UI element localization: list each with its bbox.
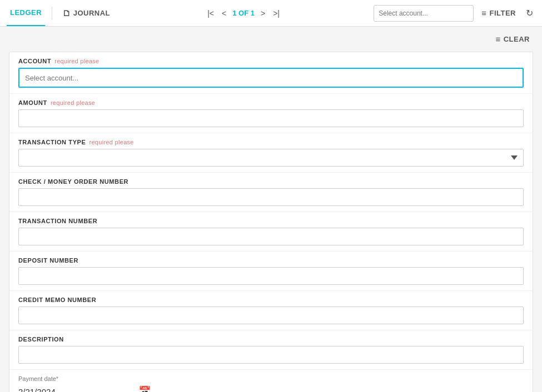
transaction-number-group: TRANSACTION NUMBER bbox=[9, 212, 533, 252]
check-group: CHECK / MONEY ORDER NUMBER bbox=[9, 173, 533, 212]
amount-required: required please bbox=[51, 99, 95, 106]
deposit-number-input[interactable] bbox=[18, 267, 524, 285]
journal-label: JOURNAL bbox=[73, 9, 110, 17]
top-bar: LEDGER 🗋 JOURNAL |< < 1 OF 1 > >| ≡ FILT… bbox=[0, 0, 542, 27]
ledger-label: LEDGER bbox=[10, 8, 42, 17]
transaction-type-label: TRANSACTION TYPE required please bbox=[18, 139, 524, 145]
credit-memo-group: CREDIT MEMO NUMBER bbox=[9, 291, 533, 330]
payment-date-section: Payment date* 2/21/2024 📅 bbox=[9, 370, 533, 392]
account-required: required please bbox=[54, 58, 99, 64]
date-underline: 2/21/2024 📅 bbox=[18, 384, 152, 392]
clear-icon: ≡ bbox=[495, 34, 500, 44]
account-input-wrapper bbox=[18, 68, 524, 88]
payment-date-label: Payment date* bbox=[18, 375, 524, 382]
filter-label: FILTER bbox=[489, 9, 516, 17]
page-indicator: 1 OF 1 bbox=[232, 9, 255, 17]
content-area: ≡ CLEAR ACCOUNT required please AMOUNT r… bbox=[0, 27, 542, 392]
amount-label: AMOUNT required please bbox=[18, 99, 524, 106]
transaction-number-input[interactable] bbox=[18, 228, 524, 245]
clear-row: ≡ CLEAR bbox=[9, 32, 533, 46]
next-page-button[interactable]: > bbox=[258, 7, 268, 19]
credit-memo-input[interactable] bbox=[18, 306, 524, 324]
calendar-button[interactable]: 📅 bbox=[137, 384, 152, 392]
prev-page-button[interactable]: < bbox=[219, 7, 229, 19]
filter-button[interactable]: ≡ FILTER bbox=[478, 8, 519, 18]
journal-icon: 🗋 bbox=[62, 8, 71, 18]
credit-memo-label: CREDIT MEMO NUMBER bbox=[18, 296, 524, 303]
description-group: DESCRIPTION bbox=[9, 330, 533, 370]
calendar-icon: 📅 bbox=[138, 386, 151, 392]
form-section: ACCOUNT required please AMOUNT required … bbox=[9, 52, 533, 392]
transaction-type-group: TRANSACTION TYPE required please bbox=[9, 133, 533, 173]
description-label: DESCRIPTION bbox=[18, 336, 524, 343]
deposit-number-group: DEPOSIT NUMBER bbox=[9, 252, 533, 291]
account-input[interactable] bbox=[18, 68, 524, 88]
check-input[interactable] bbox=[18, 188, 524, 206]
last-page-button[interactable]: >| bbox=[270, 7, 282, 19]
first-page-button[interactable]: |< bbox=[205, 7, 217, 19]
transaction-type-required: required please bbox=[89, 139, 133, 145]
refresh-icon: ↻ bbox=[526, 8, 533, 18]
clear-label: CLEAR bbox=[504, 35, 530, 43]
refresh-button[interactable]: ↻ bbox=[524, 6, 535, 21]
ledger-tab[interactable]: LEDGER bbox=[7, 0, 45, 26]
account-select-topbar[interactable] bbox=[374, 5, 474, 22]
account-label: ACCOUNT required please bbox=[18, 58, 524, 64]
transaction-number-label: TRANSACTION NUMBER bbox=[18, 218, 524, 224]
account-group: ACCOUNT required please bbox=[9, 52, 533, 94]
pagination-controls: |< < 1 OF 1 > >| bbox=[205, 7, 282, 19]
amount-input[interactable] bbox=[18, 109, 524, 127]
amount-group: AMOUNT required please bbox=[9, 94, 533, 133]
tab-divider bbox=[52, 7, 52, 20]
filter-icon: ≡ bbox=[481, 8, 486, 18]
journal-tab[interactable]: 🗋 JOURNAL bbox=[59, 0, 113, 26]
payment-date-value: 2/21/2024 bbox=[18, 387, 56, 393]
clear-button[interactable]: ≡ CLEAR bbox=[492, 32, 533, 46]
description-input[interactable] bbox=[18, 346, 524, 364]
deposit-number-label: DEPOSIT NUMBER bbox=[18, 257, 524, 264]
check-label: CHECK / MONEY ORDER NUMBER bbox=[18, 178, 524, 185]
transaction-type-select[interactable] bbox=[18, 149, 524, 167]
